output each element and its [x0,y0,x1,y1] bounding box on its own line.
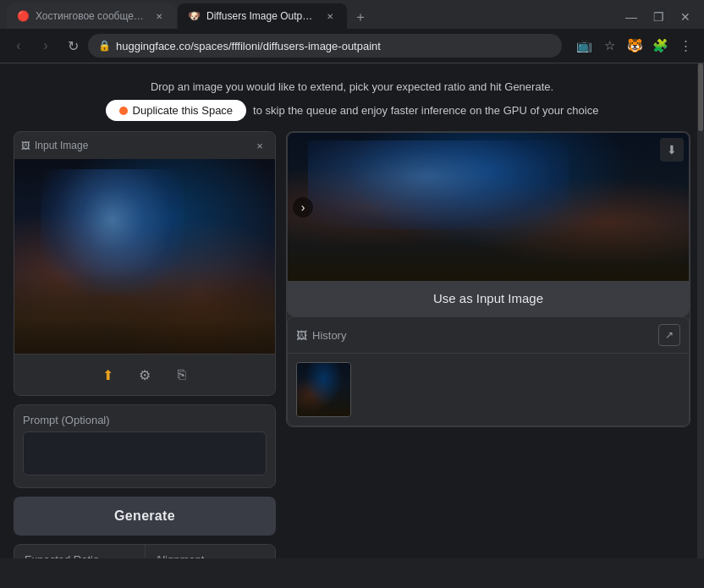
input-image-panel: 🖼 Input Image × ⬆ ⚙ ⎘ [14,131,276,396]
input-image-title: Input Image [35,140,88,151]
tab-2-close[interactable]: ✕ [323,9,337,23]
menu-button[interactable]: ⋮ [674,34,697,58]
duplicate-dot [119,107,128,115]
tab-2-title: Diffusers Image Outpaint - a H… [206,10,316,22]
new-tab-button[interactable]: ＋ [349,5,372,29]
window-controls: — ❐ ✕ [619,5,697,29]
tabs-bar: 🔴 Хостинговое сообщество «Тим ✕ 🐶 Diffus… [0,0,704,29]
image-toolbar: ⬆ ⚙ ⎘ [14,354,275,395]
prompt-textarea[interactable] [23,431,267,475]
forward-button[interactable]: › [34,34,58,58]
history-icon: 🖼 [296,329,307,342]
settings-tool-button[interactable]: ⚙ [133,363,157,387]
browser-chrome: 🔴 Хостинговое сообщество «Тим ✕ 🐶 Diffus… [0,0,704,63]
generate-button[interactable]: Generate [14,497,276,536]
close-button[interactable]: ✕ [674,5,697,29]
history-item-1[interactable] [296,362,351,417]
prompt-label: Prompt (Optional) [23,414,267,426]
expected-ratio-section: Expected Ratio [14,545,146,558]
duplicate-btn-label: Duplicate this Space [133,104,234,117]
left-column: 🖼 Input Image × ⬆ ⚙ ⎘ [14,131,276,558]
tab-1[interactable]: 🔴 Хостинговое сообщество «Тим ✕ [7,3,176,29]
banner-description: Drop an image you would like to extend, … [14,80,690,93]
back-button[interactable]: ‹ [7,34,30,58]
right-section-inner: ⬇ › Use as Input Image [287,132,690,426]
maximize-button[interactable]: ❐ [646,5,670,29]
use-as-input-button[interactable]: Use as Input Image [288,281,689,316]
extensions-button[interactable]: 🧩 [648,34,672,58]
copy-tool-button[interactable]: ⎘ [170,363,194,387]
profile-button[interactable]: 🐯 [623,34,646,58]
page-inner: Drop an image you would like to extend, … [0,63,704,558]
tab-1-close[interactable]: ✕ [152,9,166,23]
history-title-group: 🖼 History [296,329,346,342]
main-columns: 🖼 Input Image × ⬆ ⚙ ⎘ [14,131,690,558]
bookmark-button[interactable]: ☆ [597,34,621,58]
download-button[interactable]: ⬇ [660,138,684,162]
expected-ratio-label: Expected Ratio [25,553,99,558]
address-bar[interactable]: 🔒 huggingface.co/spaces/fffiloni/diffuse… [88,34,562,58]
refresh-button[interactable]: ↻ [61,34,85,58]
input-image-header: 🖼 Input Image × [14,132,275,159]
minimize-button[interactable]: — [619,5,643,29]
input-panel-close[interactable]: × [251,137,268,154]
duplicate-row: Duplicate this Space to skip the queue a… [14,100,690,121]
tab-2-favicon: 🐶 [188,10,200,22]
history-title: History [312,329,346,342]
url-text: huggingface.co/spaces/fffiloni/diffusers… [116,40,381,52]
right-column: ⬇ › Use as Input Image [286,131,690,427]
preview-image-area: › [288,133,689,281]
cast-button[interactable]: 📺 [572,34,596,58]
page-content: Drop an image you would like to extend, … [0,63,704,558]
banner: Drop an image you would like to extend, … [14,74,690,131]
lock-icon: 🔒 [98,40,111,52]
input-image-display [14,159,275,354]
alignment-label: Alignment [156,553,205,558]
image-panel-icon: 🖼 [21,140,30,151]
bottom-bar: Expected Ratio Alignment [14,544,276,558]
tab-1-favicon: 🔴 [17,10,29,22]
input-image-area [14,159,275,354]
prompt-section: Prompt (Optional) [14,404,276,488]
preview-prev-button[interactable]: › [293,197,313,217]
history-items [288,354,689,426]
toolbar-icons: 📺 ☆ 🐯 🧩 ⋮ [572,34,697,58]
duplicate-space-button[interactable]: Duplicate this Space [106,100,247,121]
tab-1-title: Хостинговое сообщество «Тим [36,10,146,22]
history-thumb-image-1 [297,363,350,416]
history-panel: 🖼 History ↗ [287,316,690,426]
preview-header: ⬇ [660,138,684,162]
right-panel-wrapper: ⬇ › Use as Input Image [286,131,690,427]
history-header: 🖼 History ↗ [288,317,689,354]
panel-title-group: 🖼 Input Image [21,140,88,151]
preview-panel: ⬇ › Use as Input Image [287,132,690,316]
address-bar-row: ‹ › ↻ 🔒 huggingface.co/spaces/fffiloni/d… [0,29,704,63]
alignment-section: Alignment [146,545,276,558]
preview-image-display [288,133,689,281]
upload-tool-button[interactable]: ⬆ [96,363,119,387]
tab-2[interactable]: 🐶 Diffusers Image Outpaint - a H… ✕ [178,3,347,29]
duplicate-suffix-text: to skip the queue and enjoy faster infer… [253,104,598,117]
share-button[interactable]: ↗ [658,324,680,346]
